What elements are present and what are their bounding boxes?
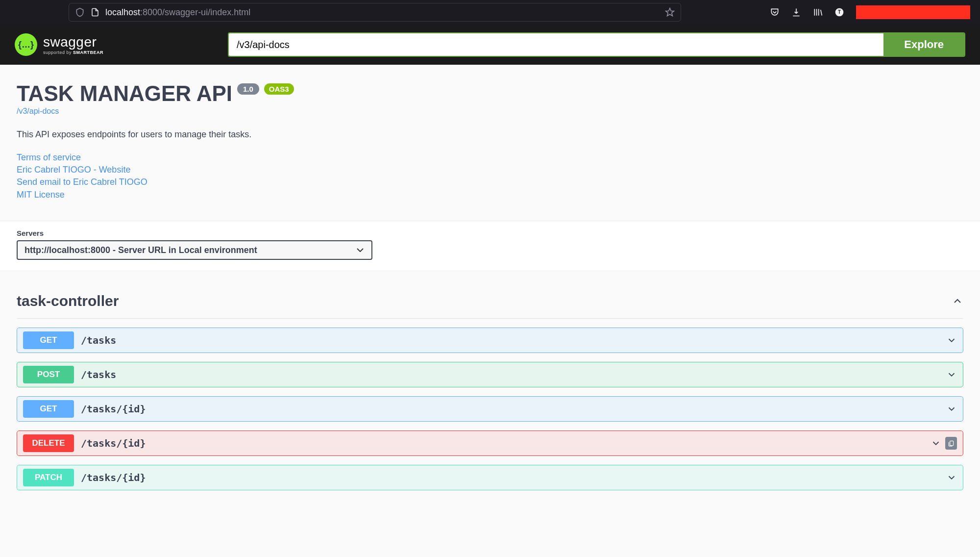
- api-title: TASK MANAGER API: [17, 81, 232, 106]
- operation-row[interactable]: GET/tasks: [17, 328, 963, 353]
- redacted-box: [856, 5, 970, 19]
- operation-path: /tasks/{id}: [81, 403, 146, 415]
- chevron-down-icon: [946, 404, 957, 414]
- operation-path: /tasks/{id}: [81, 472, 146, 483]
- chevron-down-icon: [946, 335, 957, 346]
- browser-bar: localhost:8000/swagger-ui/index.html T: [0, 0, 980, 25]
- http-method-badge: GET: [23, 400, 74, 418]
- http-method-badge: GET: [23, 331, 74, 349]
- url-box[interactable]: localhost:8000/swagger-ui/index.html: [69, 3, 681, 22]
- tag-name: task-controller: [17, 293, 119, 309]
- tos-link[interactable]: Terms of service: [17, 152, 963, 164]
- copy-icon[interactable]: [945, 437, 957, 450]
- api-description: This API exposes endpoints for users to …: [17, 129, 963, 140]
- page-icon: [91, 7, 99, 17]
- http-method-badge: DELETE: [23, 434, 74, 452]
- http-method-badge: POST: [23, 366, 74, 383]
- swagger-logo-text: swagger supported by SMARTBEAR: [43, 34, 103, 55]
- library-icon[interactable]: [813, 7, 823, 17]
- spec-link[interactable]: /v3/api-docs: [17, 107, 963, 116]
- chevron-down-icon: [931, 438, 941, 449]
- operation-row[interactable]: POST/tasks: [17, 362, 963, 387]
- url-host: localhost: [105, 7, 140, 17]
- explore-form: Explore: [228, 32, 965, 57]
- tag-header[interactable]: task-controller: [17, 286, 963, 319]
- explore-button[interactable]: Explore: [883, 33, 964, 56]
- swagger-logo[interactable]: {…} swagger supported by SMARTBEAR: [15, 33, 103, 56]
- contact-email-link[interactable]: Send email to Eric Cabrel TIOGO: [17, 176, 963, 188]
- browser-actions: T: [770, 5, 970, 19]
- pocket-icon[interactable]: [770, 7, 780, 17]
- servers-label: Servers: [17, 229, 963, 237]
- operation-path: /tasks/{id}: [81, 437, 146, 449]
- chevron-up-icon: [952, 295, 963, 307]
- tag-section: task-controller GET/tasksPOST/tasksGET/t…: [0, 271, 980, 500]
- contact-website-link[interactable]: Eric Cabrel TIOGO - Website: [17, 164, 963, 176]
- url-text: localhost:8000/swagger-ui/index.html: [105, 7, 250, 18]
- operation-path: /tasks: [81, 369, 116, 380]
- api-meta-links: Terms of service Eric Cabrel TIOGO - Web…: [17, 152, 963, 201]
- swagger-topbar: {…} swagger supported by SMARTBEAR Explo…: [0, 25, 980, 65]
- oas-badge: OAS3: [264, 83, 294, 95]
- download-icon[interactable]: [791, 7, 801, 17]
- operation-row[interactable]: DELETE/tasks/{id}: [17, 430, 963, 456]
- servers-select[interactable]: http://localhost:8000 - Server URL in Lo…: [17, 240, 372, 260]
- operations-list: GET/tasksPOST/tasksGET/tasks/{id}DELETE/…: [17, 328, 963, 490]
- shield-icon: [75, 7, 85, 17]
- operation-row[interactable]: PATCH/tasks/{id}: [17, 465, 963, 490]
- account-icon[interactable]: T: [834, 7, 844, 17]
- version-badge: 1.0: [237, 83, 259, 95]
- operation-path: /tasks: [81, 334, 116, 346]
- servers-section: Servers http://localhost:8000 - Server U…: [0, 221, 980, 271]
- chevron-down-icon: [946, 369, 957, 380]
- svg-rect-2: [950, 441, 954, 445]
- spec-url-input[interactable]: [229, 33, 883, 56]
- url-path: :8000/swagger-ui/index.html: [140, 7, 250, 17]
- svg-text:T: T: [838, 9, 841, 15]
- star-icon[interactable]: [665, 7, 675, 17]
- http-method-badge: PATCH: [23, 469, 74, 486]
- api-info: TASK MANAGER API 1.0 OAS3 /v3/api-docs T…: [0, 65, 980, 221]
- swagger-logo-icon: {…}: [15, 33, 37, 56]
- license-link[interactable]: MIT License: [17, 189, 963, 201]
- chevron-down-icon: [946, 472, 957, 483]
- operation-row[interactable]: GET/tasks/{id}: [17, 396, 963, 422]
